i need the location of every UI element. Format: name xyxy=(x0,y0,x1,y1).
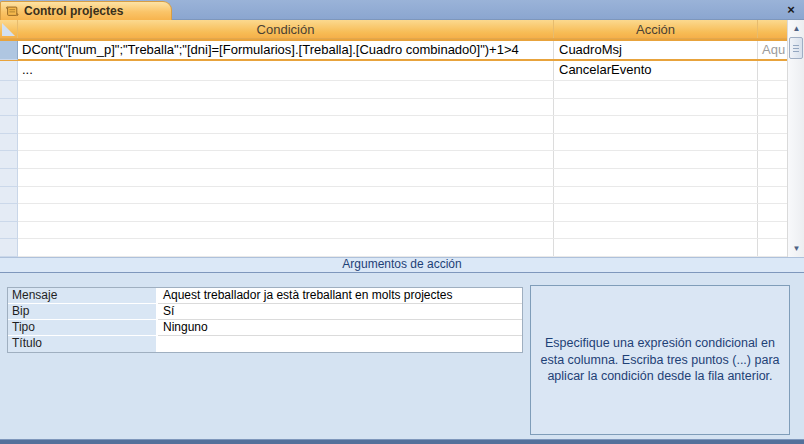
scrollbar-thumb[interactable] xyxy=(789,37,803,59)
action-cell[interactable] xyxy=(554,222,758,239)
macro-empty-row xyxy=(0,239,787,257)
macro-empty-row xyxy=(0,81,787,99)
document-tab-bar: Control projectes × xyxy=(0,0,804,20)
context-help-box: Especifique una expresión condicional en… xyxy=(530,285,790,435)
macro-empty-row xyxy=(0,99,787,117)
macro-grid: Condición Acción DCont("[num_p]";"Trebal… xyxy=(0,20,787,257)
arguments-preview-cell[interactable] xyxy=(758,151,787,168)
row-selector[interactable] xyxy=(0,61,18,81)
action-cell[interactable]: CancelarEvento xyxy=(554,61,758,80)
condition-cell[interactable]: DCont("[num_p]";"Treballa";"[dni]=[Formu… xyxy=(18,41,554,59)
tab-title: Control projectes xyxy=(19,4,123,18)
action-cell[interactable] xyxy=(554,151,758,168)
row-selector[interactable] xyxy=(0,169,18,187)
action-cell[interactable] xyxy=(554,169,758,186)
row-selector[interactable] xyxy=(0,204,18,222)
condition-cell[interactable] xyxy=(18,169,554,186)
action-cell[interactable] xyxy=(554,239,758,256)
grid-corner-cell[interactable] xyxy=(0,20,18,38)
close-icon[interactable]: × xyxy=(783,2,799,18)
row-selector[interactable] xyxy=(0,41,18,60)
arguments-preview-cell[interactable] xyxy=(758,116,787,133)
action-cell[interactable] xyxy=(554,134,758,151)
row-selector[interactable] xyxy=(0,81,18,99)
arguments-preview-cell[interactable] xyxy=(758,187,787,204)
argument-value-tipo[interactable]: Ninguno xyxy=(158,320,522,336)
action-cell[interactable] xyxy=(554,187,758,204)
row-selector[interactable] xyxy=(0,239,18,257)
argument-value-mensaje[interactable]: Aquest treballador ja està treballant en… xyxy=(158,288,522,304)
macro-row-2: ... CancelarEvento xyxy=(0,61,787,81)
macro-scroll-icon xyxy=(5,4,19,18)
argument-row: Mensaje Aquest treballador ja està treba… xyxy=(8,288,522,304)
macro-empty-row xyxy=(0,169,787,187)
arguments-preview-cell[interactable] xyxy=(758,61,787,80)
macro-empty-row xyxy=(0,204,787,222)
argument-row: Bip Sí xyxy=(8,304,522,320)
condition-cell[interactable] xyxy=(18,134,554,151)
arguments-preview-cell[interactable] xyxy=(758,134,787,151)
macro-empty-row xyxy=(0,116,787,134)
window-bottom-border xyxy=(0,439,804,444)
arguments-preview-cell[interactable] xyxy=(758,99,787,116)
macro-empty-row xyxy=(0,222,787,240)
macro-row-1-selected: DCont("[num_p]";"Treballa";"[dni]=[Formu… xyxy=(0,39,787,61)
row-selector[interactable] xyxy=(0,187,18,205)
argument-row: Título xyxy=(8,336,522,352)
argument-row: Tipo Ninguno xyxy=(8,320,522,336)
row-selector[interactable] xyxy=(0,99,18,117)
grid-header-row: Condición Acción xyxy=(0,20,787,39)
macro-empty-row xyxy=(0,187,787,205)
argument-label-tipo: Tipo xyxy=(8,320,158,336)
macro-empty-row xyxy=(0,134,787,152)
argument-label-mensaje: Mensaje xyxy=(8,288,158,304)
action-cell[interactable] xyxy=(554,81,758,98)
arguments-preview-cell[interactable] xyxy=(758,222,787,239)
action-cell[interactable] xyxy=(554,204,758,221)
tab-control-projectes[interactable]: Control projectes xyxy=(0,1,172,20)
condition-cell[interactable] xyxy=(18,239,554,256)
column-header-condition: Condición xyxy=(18,20,554,38)
condition-cell[interactable] xyxy=(18,204,554,221)
vertical-scrollbar[interactable]: ▲ ▼ xyxy=(787,20,804,257)
action-cell[interactable] xyxy=(554,99,758,116)
arguments-section-title: Argumentos de acción xyxy=(0,257,804,273)
condition-cell[interactable] xyxy=(18,187,554,204)
row-selector[interactable] xyxy=(0,222,18,240)
arguments-preview-cell[interactable] xyxy=(758,239,787,256)
argument-table: Mensaje Aquest treballador ja està treba… xyxy=(7,287,523,353)
argument-value-bip[interactable]: Sí xyxy=(158,304,522,320)
argument-label-bip: Bip xyxy=(8,304,158,320)
action-cell[interactable]: CuadroMsj xyxy=(554,41,758,59)
column-header-action: Acción xyxy=(554,20,758,38)
scroll-up-icon[interactable]: ▲ xyxy=(788,20,804,37)
arguments-preview-cell[interactable] xyxy=(758,81,787,98)
arguments-preview-cell[interactable] xyxy=(758,169,787,186)
context-help-text: Especifique una expresión condicional en… xyxy=(534,335,786,385)
argument-value-titulo[interactable] xyxy=(158,336,522,352)
condition-cell[interactable] xyxy=(18,151,554,168)
row-selector[interactable] xyxy=(0,116,18,134)
condition-cell[interactable] xyxy=(18,222,554,239)
condition-cell[interactable]: ... xyxy=(18,61,554,80)
condition-cell[interactable] xyxy=(18,116,554,133)
arguments-preview-cell[interactable]: Aqu xyxy=(758,41,787,59)
row-selector[interactable] xyxy=(0,134,18,152)
arguments-preview-cell[interactable] xyxy=(758,204,787,221)
macro-empty-row xyxy=(0,151,787,169)
condition-cell[interactable] xyxy=(18,81,554,98)
action-cell[interactable] xyxy=(554,116,758,133)
scroll-down-icon[interactable]: ▼ xyxy=(788,240,804,257)
arguments-panel: Mensaje Aquest treballador ja està treba… xyxy=(0,273,804,444)
argument-label-titulo: Título xyxy=(8,336,158,352)
macro-designer-window: Control projectes × Condición Acción DCo… xyxy=(0,0,804,444)
row-selector[interactable] xyxy=(0,151,18,169)
condition-cell[interactable] xyxy=(18,99,554,116)
column-header-extra xyxy=(758,20,787,38)
